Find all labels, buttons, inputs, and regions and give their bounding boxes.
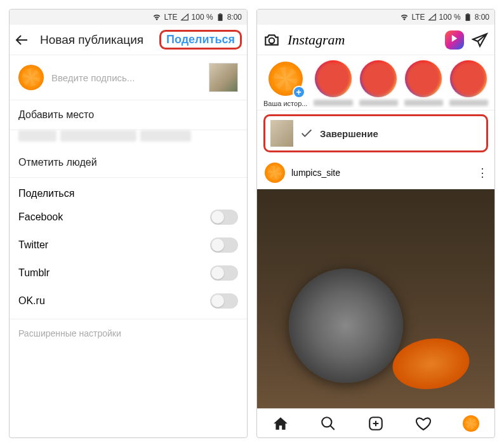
clock-label: 8:00 — [227, 13, 242, 22]
post-thumbnail[interactable] — [209, 63, 238, 92]
story-item[interactable] — [449, 60, 488, 107]
svg-rect-2 — [465, 14, 470, 20]
bottom-nav — [257, 408, 494, 437]
instagram-logo: Instagram — [288, 32, 345, 48]
advanced-settings[interactable]: Расширенные настройки — [10, 319, 247, 347]
statusbar: LTE 100 % 8:00 — [257, 10, 494, 25]
activity-icon[interactable] — [415, 415, 432, 432]
post-username[interactable]: lumpics_site — [291, 168, 470, 178]
location-chip[interactable] — [18, 130, 56, 142]
lte-label: LTE — [164, 13, 177, 22]
network-label: Twitter — [18, 239, 48, 251]
network-label: Facebook — [18, 211, 63, 223]
stories-tray[interactable]: + Ваша истор... — [257, 55, 494, 110]
add-post-icon[interactable] — [368, 415, 384, 432]
location-suggestions — [10, 130, 247, 148]
statusbar: LTE 100 % 8:00 — [10, 10, 247, 25]
your-story[interactable]: + Ваша истор... — [263, 60, 307, 107]
battery-icon — [463, 13, 472, 22]
network-label: Tumblr — [18, 267, 50, 279]
phone-feed: LTE 100 % 8:00 Instagram + Ваша истор...… — [256, 9, 495, 438]
share-twitter-row: Twitter — [10, 231, 247, 259]
profile-tab-avatar[interactable] — [463, 415, 479, 432]
more-icon[interactable]: ⋮ — [477, 166, 487, 180]
speaker-object — [289, 269, 403, 383]
post-author-avatar[interactable] — [265, 163, 285, 183]
ig-header: Instagram — [257, 25, 494, 55]
story-label — [359, 100, 398, 106]
home-icon[interactable] — [272, 415, 289, 432]
topbar: Новая публикация Поделиться — [10, 25, 247, 55]
signal-icon — [180, 13, 189, 22]
phone-new-post: LTE 100 % 8:00 Новая публикация Поделить… — [9, 9, 248, 438]
battery-label: 100 % — [192, 13, 213, 22]
story-item[interactable] — [404, 60, 443, 107]
location-chip[interactable] — [140, 130, 191, 142]
clock-label: 8:00 — [475, 13, 489, 22]
toggle-facebook[interactable] — [210, 210, 238, 225]
post-header: lumpics_site ⋮ — [257, 156, 494, 189]
upload-thumbnail — [270, 120, 293, 147]
lte-label: LTE — [411, 13, 425, 22]
camera-icon[interactable] — [263, 32, 280, 48]
story-item[interactable] — [314, 60, 352, 107]
share-section-title: Поделиться — [10, 178, 247, 203]
share-facebook-row: Facebook — [10, 203, 247, 231]
disc-object — [388, 338, 474, 389]
your-story-label: Ваша истор... — [263, 100, 307, 107]
caption-input[interactable]: Введите подпись... — [51, 72, 201, 83]
page-title: Новая публикация — [40, 33, 159, 47]
story-label — [404, 100, 443, 106]
upload-completion-toast[interactable]: Завершение — [263, 114, 488, 152]
plus-icon: + — [293, 86, 305, 98]
toggle-twitter[interactable] — [210, 237, 238, 253]
story-label — [449, 100, 488, 106]
user-avatar[interactable] — [18, 65, 44, 90]
tag-people-row[interactable]: Отметить людей — [10, 148, 247, 178]
location-chip[interactable] — [60, 130, 136, 142]
direct-icon[interactable] — [472, 32, 488, 48]
caption-row: Введите подпись... — [10, 55, 247, 100]
check-icon — [300, 126, 314, 140]
share-button[interactable]: Поделиться — [159, 30, 242, 50]
add-location-row[interactable]: Добавить место — [10, 100, 247, 130]
back-icon[interactable] — [15, 32, 30, 48]
svg-rect-1 — [219, 13, 222, 14]
network-label: OK.ru — [18, 295, 45, 307]
battery-icon — [216, 13, 225, 22]
igtv-icon[interactable] — [445, 30, 464, 50]
search-icon[interactable] — [320, 415, 336, 432]
battery-label: 100 % — [439, 13, 461, 22]
toggle-okru[interactable] — [210, 293, 238, 309]
svg-rect-3 — [467, 13, 469, 14]
share-tumblr-row: Tumblr — [10, 259, 247, 287]
completion-text: Завершение — [320, 128, 378, 139]
post-image[interactable] — [257, 189, 494, 408]
signal-icon — [428, 13, 437, 22]
toggle-tumblr[interactable] — [210, 265, 238, 281]
svg-rect-0 — [218, 14, 222, 20]
share-okru-row: OK.ru — [10, 287, 247, 315]
wifi-icon — [400, 13, 409, 22]
story-label — [314, 100, 352, 106]
wifi-icon — [152, 13, 161, 22]
svg-point-4 — [322, 417, 331, 427]
story-item[interactable] — [359, 60, 398, 107]
